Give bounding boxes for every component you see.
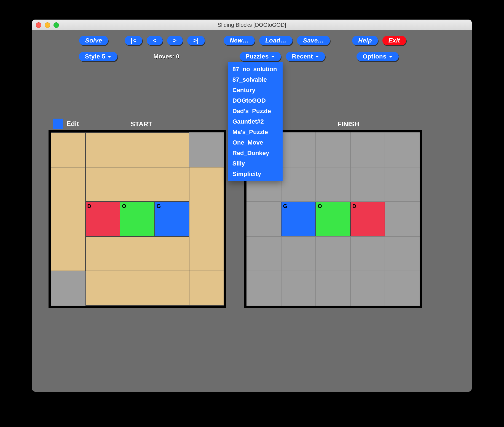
style-dropdown[interactable]: Style 5 [79, 52, 117, 61]
puzzles-menu-item[interactable]: Silly [228, 158, 283, 169]
puzzles-dropdown[interactable]: Puzzles [240, 52, 281, 61]
help-button[interactable]: Help [352, 36, 378, 45]
piece-label: O [318, 203, 322, 209]
toolbar-row-2: Style 5 Moves: 0 Puzzles Recent Options [32, 52, 472, 61]
puzzles-label: Puzzles [246, 53, 269, 60]
piece-label: G [283, 203, 288, 209]
puzzles-menu-item[interactable]: Gauntlet#2 [228, 116, 283, 127]
start-board[interactable]: DOG [49, 130, 226, 308]
puzzles-menu-item[interactable]: DOGtoGOD [228, 95, 283, 106]
options-label: Options [363, 53, 387, 60]
chevron-down-icon [108, 56, 111, 60]
close-window-icon[interactable] [36, 22, 41, 28]
puzzles-menu-item[interactable]: Ma's_Puzzle [228, 127, 283, 137]
puzzles-menu-item[interactable]: One_Move [228, 137, 283, 148]
puzzle-piece[interactable] [85, 271, 189, 306]
piece-label: O [122, 203, 126, 209]
puzzle-piece[interactable] [85, 132, 189, 167]
save-button[interactable]: Save… [297, 36, 330, 45]
edit-color-swatch [53, 119, 63, 129]
puzzle-piece[interactable] [51, 132, 85, 167]
puzzles-menu-item[interactable]: 87_no_solution [228, 64, 283, 74]
piece-label: G [157, 203, 161, 209]
moves-counter: Moves: 0 [153, 53, 179, 60]
puzzle-piece[interactable]: G [155, 202, 189, 236]
puzzle-piece[interactable]: D [85, 202, 120, 236]
puzzles-menu-item[interactable]: Red_Donkey [228, 148, 283, 158]
start-board-label: START [131, 120, 152, 128]
recent-label: Recent [292, 53, 313, 60]
app-window: Sliding Blocks [DOGtoGOD] Solve |< < > >… [32, 20, 472, 392]
chevron-down-icon [315, 56, 319, 60]
puzzle-piece[interactable] [85, 236, 189, 271]
puzzles-menu: 87_no_solution87_solvableCenturyDOGtoGOD… [228, 62, 283, 181]
window-controls [36, 22, 59, 28]
toolbar-row-1: Solve |< < > >| New… Load… Save… Help Ex… [32, 36, 472, 45]
finish-board-label: FINISH [337, 120, 359, 128]
puzzle-piece[interactable]: O [316, 202, 350, 236]
puzzle-piece[interactable] [189, 167, 224, 271]
exit-button[interactable]: Exit [382, 36, 406, 45]
new-button[interactable]: New… [224, 36, 255, 45]
minimize-window-icon[interactable] [45, 22, 50, 28]
puzzle-piece[interactable]: G [281, 202, 316, 236]
piece-label: D [352, 203, 356, 209]
recent-dropdown[interactable]: Recent [286, 52, 325, 61]
puzzle-piece[interactable] [189, 271, 224, 306]
next-step-button[interactable]: > [167, 36, 183, 45]
first-step-button[interactable]: |< [125, 36, 142, 45]
puzzle-piece[interactable] [51, 167, 85, 271]
edit-toggle[interactable]: Edit [53, 119, 79, 129]
style-label: Style 5 [85, 53, 105, 60]
last-step-button[interactable]: >| [187, 36, 205, 45]
solve-button[interactable]: Solve [79, 36, 108, 45]
chevron-down-icon [389, 56, 393, 60]
puzzle-piece[interactable] [85, 167, 189, 202]
titlebar: Sliding Blocks [DOGtoGOD] [32, 20, 472, 30]
puzzle-piece[interactable]: D [350, 202, 385, 236]
puzzles-menu-item[interactable]: 87_solvable [228, 74, 283, 85]
zoom-window-icon[interactable] [53, 22, 59, 28]
puzzles-menu-item[interactable]: Dad's_Puzzle [228, 106, 283, 116]
puzzles-menu-item[interactable]: Simplicity [228, 169, 283, 179]
prev-step-button[interactable]: < [147, 36, 162, 45]
window-title: Sliding Blocks [DOGtoGOD] [32, 22, 472, 28]
content-area: Solve |< < > >| New… Load… Save… Help Ex… [32, 30, 472, 392]
chevron-down-icon [271, 56, 275, 60]
options-dropdown[interactable]: Options [356, 52, 399, 61]
edit-label: Edit [66, 120, 79, 128]
load-button[interactable]: Load… [259, 36, 293, 45]
piece-label: D [87, 203, 91, 209]
puzzles-menu-item[interactable]: Century [228, 85, 283, 95]
puzzle-piece[interactable]: O [120, 202, 155, 236]
